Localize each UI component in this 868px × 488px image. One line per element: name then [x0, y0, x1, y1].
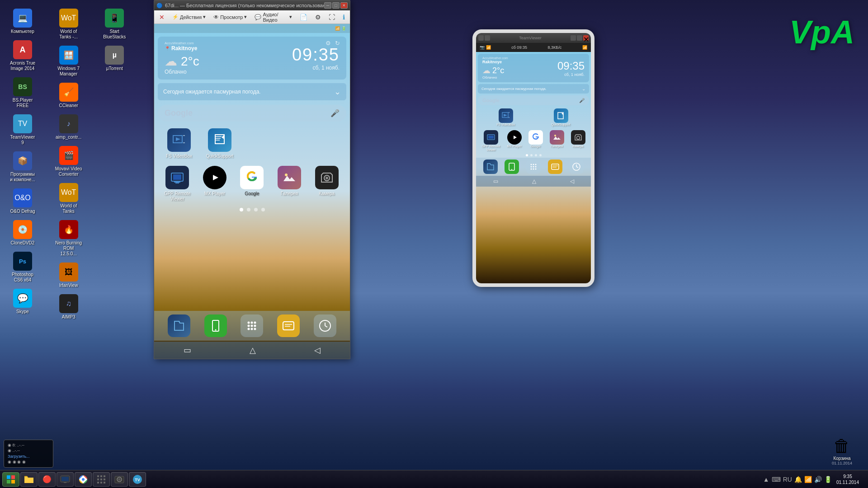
- tv-view-button[interactable]: 👁 Просмотр ▾: [211, 13, 250, 21]
- app-item-gallery[interactable]: Галерея: [275, 166, 304, 202]
- preview-minimize[interactable]: [571, 35, 576, 41]
- desktop-icon-aimp2[interactable]: ♫ AIMP3: [53, 292, 85, 322]
- nav-home-button[interactable]: △: [243, 343, 263, 357]
- preview-dot-3[interactable]: [535, 154, 537, 156]
- preview-dot-2[interactable]: [530, 154, 533, 156]
- page-dot-4[interactable]: [261, 208, 265, 211]
- svg-text:TV: TV: [135, 478, 140, 482]
- app-item-gppremote[interactable]: GPP RemoteViewer: [163, 166, 192, 202]
- app-item-mxplayer[interactable]: MX Player: [201, 166, 229, 202]
- nav-bar: ▭ △ ◁: [154, 342, 350, 359]
- preview-dock-clock[interactable]: [569, 160, 584, 174]
- preview-maximize[interactable]: [577, 35, 582, 41]
- preview-app-gallery[interactable]: Галерея: [550, 130, 564, 151]
- taskbar-camera-button[interactable]: [111, 472, 128, 487]
- taskbar-chrome-button[interactable]: [75, 472, 92, 487]
- app-item-fsvideobox[interactable]: FS VideoBox: [163, 128, 195, 159]
- preview-dot-1[interactable]: [526, 154, 528, 156]
- preview-app-quicksupport[interactable]: QuickSupport: [551, 108, 570, 126]
- tray-volume-icon[interactable]: 🔊: [814, 476, 822, 483]
- desktop-icon-bsplayer[interactable]: BS BS.Player FREE: [7, 75, 38, 110]
- tv-close-button[interactable]: ✕: [340, 2, 348, 9]
- desktop-icon-movavi[interactable]: 🎬 Movavi Video Converter: [53, 144, 85, 179]
- app-item-google[interactable]: Google: [238, 166, 266, 202]
- dock-item-files[interactable]: [168, 314, 190, 337]
- nav-recent-button[interactable]: ▭: [177, 343, 198, 357]
- desktop-icon-photoshop[interactable]: Ps Photoshop CS6 x64: [7, 250, 38, 285]
- preview-dock-files[interactable]: [483, 160, 498, 174]
- preview-app-gpp[interactable]: GPP RemoteViewer: [481, 130, 500, 151]
- tray-battery-icon[interactable]: 🔋: [824, 476, 832, 483]
- preview-nav-recent[interactable]: ▭: [493, 178, 498, 184]
- dock-item-messages[interactable]: [277, 314, 300, 337]
- tray-notifications-icon[interactable]: 🔔: [794, 476, 802, 483]
- preview-app-camera[interactable]: Камера: [571, 130, 585, 151]
- dock-item-apps[interactable]: [241, 314, 263, 337]
- tv-close-session-button[interactable]: ✕: [156, 13, 167, 22]
- taskbar-teamviewer-button[interactable]: TV: [129, 472, 146, 487]
- tv-info-button[interactable]: ℹ: [340, 13, 348, 22]
- tv-fullscreen-button[interactable]: ⛶: [326, 13, 338, 22]
- dock-item-phone[interactable]: [204, 314, 227, 337]
- preview-dock-phone[interactable]: [505, 160, 519, 174]
- tv-actions-button[interactable]: ⚡ Действия ▾: [170, 13, 208, 21]
- tv-minimize-button[interactable]: ─: [324, 2, 331, 9]
- taskbar-explorer-button[interactable]: [20, 472, 38, 487]
- preview-nav-home[interactable]: △: [532, 178, 536, 184]
- desktop-icon-computer[interactable]: 💻 Компьютер: [7, 7, 38, 36]
- desktop-icon-programs[interactable]: 📦 Программы и компоне...: [7, 150, 38, 184]
- app-item-quicksupport[interactable]: QuickSupport: [204, 128, 236, 159]
- tray-language-indicator[interactable]: RU: [783, 476, 792, 483]
- preview-google-search[interactable]: Google 🎤: [478, 95, 589, 105]
- preview-dock-apps[interactable]: [526, 160, 541, 174]
- page-dot-3[interactable]: [254, 208, 258, 211]
- trash-icon-container[interactable]: 🗑 Корзина 01.11.2014: [832, 436, 852, 465]
- nav-back-button[interactable]: ◁: [307, 343, 327, 357]
- desktop-icon-clonedvd[interactable]: 💿 CloneDVD2: [7, 218, 38, 248]
- tv-settings-button[interactable]: ⚙: [312, 13, 324, 22]
- desktop-icon-oodefrag[interactable]: O&O O&O Defrag: [7, 187, 38, 216]
- svg-rect-69: [97, 479, 99, 480]
- desktop-icon-utorrent[interactable]: µ µTorrent: [99, 44, 130, 73]
- taskbar-vm-button[interactable]: [57, 472, 74, 487]
- taskbar-media-button[interactable]: 🔴: [38, 472, 56, 487]
- tv-file-button[interactable]: 📄: [297, 13, 310, 22]
- desktop-icon-ccleaner[interactable]: 🧹 CCleaner: [53, 81, 85, 110]
- svg-point-12: [215, 329, 216, 331]
- desktop-icon-skype[interactable]: 💬 Skype: [7, 287, 38, 316]
- app-item-camera[interactable]: Камера: [312, 166, 341, 202]
- preview-close[interactable]: ✕: [583, 35, 589, 41]
- microphone-icon[interactable]: 🎤: [330, 109, 340, 117]
- preview-app-fsvideobox[interactable]: FS VideoBox: [496, 108, 515, 126]
- tray-expand-button[interactable]: ▲: [763, 476, 769, 483]
- taskbar-apps-button[interactable]: [93, 472, 110, 487]
- preview-ctrl2[interactable]: [485, 35, 490, 41]
- desktop-icon-nero[interactable]: 🔥 Nero Burning ROM 12.5.0...: [53, 218, 85, 258]
- tray-network-icon[interactable]: 📶: [804, 476, 812, 483]
- page-dot-1[interactable]: [240, 208, 243, 211]
- preview-app-mxplayer[interactable]: MX Player: [507, 130, 521, 151]
- preview-dot-4[interactable]: [539, 154, 542, 156]
- preview-app-google[interactable]: Google: [528, 130, 543, 151]
- desktop-icon-worldoftanks2[interactable]: WoT World of Tanks: [53, 181, 85, 216]
- desktop-icon-bluestacks[interactable]: 📱 Start BlueStacks: [99, 7, 130, 42]
- tray-clock[interactable]: 9:35 01.11.2014: [834, 474, 861, 485]
- preview-ctrl1[interactable]: [478, 35, 484, 41]
- desktop-icon-acronis[interactable]: A Acronis True Image 2014: [7, 38, 38, 73]
- tv-maximize-button[interactable]: □: [332, 2, 340, 9]
- preview-nav-back[interactable]: ◁: [570, 178, 574, 184]
- google-search-bar[interactable]: Google 🎤: [158, 105, 346, 122]
- desktop-icon-worldoftanks1[interactable]: WoT World of Tanks -...: [53, 7, 85, 42]
- desktop-icon-irfanview[interactable]: 🖼 IrfanView: [53, 261, 85, 290]
- weather-refresh-icon[interactable]: ↻: [335, 40, 340, 47]
- tv-audio-button[interactable]: 💬 Аудио/Видео ▾: [252, 11, 295, 23]
- weather-settings-icon[interactable]: ⚙: [326, 40, 331, 47]
- start-button[interactable]: [2, 472, 19, 487]
- desktop-icon-aimp[interactable]: ♪ aimp_contr...: [53, 113, 85, 142]
- weather-notification[interactable]: Сегодня ожидается пасмурная погода. ⌄: [158, 83, 346, 100]
- page-dot-2[interactable]: [247, 208, 250, 211]
- desktop-icon-windows7manager[interactable]: 🪟 Windows 7 Manager: [53, 44, 85, 79]
- desktop-icon-teamviewer[interactable]: TV TeamViewer 9: [7, 113, 38, 147]
- preview-dock-messages[interactable]: [548, 160, 562, 174]
- dock-item-clock[interactable]: [314, 314, 336, 337]
